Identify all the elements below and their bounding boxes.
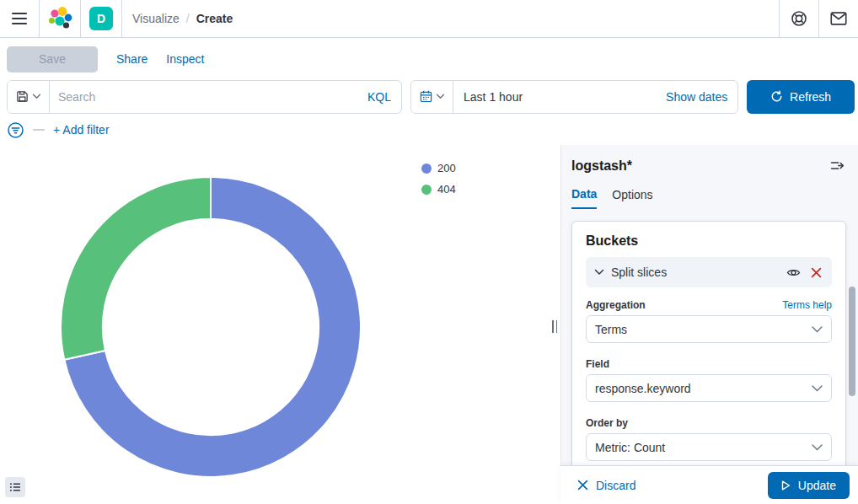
play-icon xyxy=(781,480,791,491)
legend-label-404: 404 xyxy=(437,183,456,196)
breadcrumb-create: Create xyxy=(196,12,233,25)
list-icon xyxy=(9,481,21,493)
filter-menu-button[interactable] xyxy=(7,121,24,139)
mail-icon xyxy=(830,11,847,26)
refresh-label: Refresh xyxy=(790,90,831,104)
filter-icon xyxy=(7,121,24,139)
close-icon xyxy=(577,480,588,491)
chevron-down-icon xyxy=(436,94,445,99)
date-picker-button[interactable] xyxy=(411,81,453,113)
add-filter-button[interactable]: + Add filter xyxy=(53,123,110,137)
tab-options[interactable]: Options xyxy=(612,187,652,209)
legend-dot-404 xyxy=(421,185,432,195)
split-slices-row[interactable]: Split slices xyxy=(586,257,832,287)
aggregation-value: Terms xyxy=(595,323,627,336)
filter-placeholder-dash xyxy=(33,129,45,131)
remove-bucket-button[interactable] xyxy=(809,265,823,280)
pie-slice-404[interactable] xyxy=(61,177,211,360)
sidebar-bottom-bar: Discard Update xyxy=(560,465,858,504)
breadcrumb-separator: / xyxy=(186,12,190,25)
header-divider xyxy=(121,0,122,37)
split-slices-label: Split slices xyxy=(611,265,667,279)
sidebar-tabs: Data Options xyxy=(561,174,858,209)
header-divider xyxy=(80,0,81,37)
time-range-value[interactable]: Last 1 hour xyxy=(453,81,656,113)
save-icon xyxy=(16,90,29,103)
update-button[interactable]: Update xyxy=(768,472,850,499)
update-label: Update xyxy=(798,479,836,492)
field-value: response.keyword xyxy=(595,382,691,395)
menu-button[interactable] xyxy=(0,0,39,37)
help-icon xyxy=(791,10,807,27)
breadcrumb-visualize[interactable]: Visualize xyxy=(132,12,180,25)
chevron-down-icon xyxy=(812,444,823,451)
buckets-card: Buckets Split slices xyxy=(571,221,846,504)
saved-query-button[interactable] xyxy=(8,81,50,113)
calendar-icon xyxy=(420,90,432,103)
chart-legend: 200 404 xyxy=(421,162,456,196)
terms-help-link[interactable]: Terms help xyxy=(782,299,832,311)
newsfeed-button[interactable] xyxy=(819,0,858,37)
refresh-button[interactable]: Refresh xyxy=(747,80,855,114)
elastic-logo[interactable] xyxy=(40,7,80,30)
sidebar-scrollbar[interactable] xyxy=(849,287,855,396)
legend-label-200: 200 xyxy=(437,162,456,174)
breadcrumb: Visualize / Create xyxy=(132,12,233,25)
discard-label: Discard xyxy=(596,479,635,492)
search-group: KQL xyxy=(7,80,402,114)
save-button[interactable]: Save xyxy=(7,46,98,72)
top-header: D Visualize / Create xyxy=(0,0,858,38)
hamburger-icon xyxy=(12,13,27,24)
chevron-down-icon xyxy=(812,326,823,333)
help-button[interactable] xyxy=(780,0,818,37)
share-button[interactable]: Share xyxy=(116,52,147,66)
show-dates-button[interactable]: Show dates xyxy=(656,81,737,113)
toggle-visibility-button[interactable] xyxy=(785,264,802,281)
kql-language-button[interactable]: KQL xyxy=(357,81,401,113)
menu-right-icon xyxy=(830,158,845,173)
chevron-down-icon xyxy=(32,94,41,99)
time-picker-group: Last 1 hour Show dates xyxy=(410,80,738,114)
tab-data[interactable]: Data xyxy=(571,187,597,209)
legend-dot-200 xyxy=(421,164,432,174)
legend-item-200[interactable]: 200 xyxy=(421,162,456,174)
query-bar: KQL Last 1 hour Show dates xyxy=(0,79,858,114)
collapse-panel-button[interactable] xyxy=(830,158,845,173)
visualization-canvas: 200 404 xyxy=(0,145,560,504)
vis-editor-sidebar: logstash* Data Options Buckets Split sli… xyxy=(560,145,858,504)
eye-icon xyxy=(786,265,801,280)
panel-resize-handle[interactable] xyxy=(552,320,557,333)
order-by-value: Metric: Count xyxy=(595,441,665,454)
chevron-down-icon xyxy=(594,269,604,276)
buckets-heading: Buckets xyxy=(586,233,832,249)
order-by-select[interactable]: Metric: Count xyxy=(586,433,832,461)
discard-button[interactable]: Discard xyxy=(577,479,635,492)
visualize-toolbar: Save Share Inspect xyxy=(0,39,858,79)
search-input[interactable] xyxy=(50,81,357,113)
field-select[interactable]: response.keyword xyxy=(586,374,832,402)
field-label: Field xyxy=(586,358,609,370)
chevron-down-icon xyxy=(812,385,823,392)
index-pattern-title: logstash* xyxy=(571,158,632,174)
aggregation-select[interactable]: Terms xyxy=(586,315,832,343)
order-by-label: Order by xyxy=(586,417,628,429)
inspect-button[interactable]: Inspect xyxy=(166,52,204,66)
legend-toggle-button[interactable] xyxy=(5,477,25,497)
close-icon xyxy=(811,267,822,278)
legend-item-404[interactable]: 404 xyxy=(421,183,456,196)
donut-chart xyxy=(0,145,556,504)
aggregation-label: Aggregation xyxy=(586,299,646,311)
refresh-icon xyxy=(770,90,783,103)
filter-bar: + Add filter xyxy=(0,116,858,143)
kibana-visualize-editor: D Visualize / Create xyxy=(0,0,858,504)
space-avatar[interactable]: D xyxy=(89,7,113,30)
